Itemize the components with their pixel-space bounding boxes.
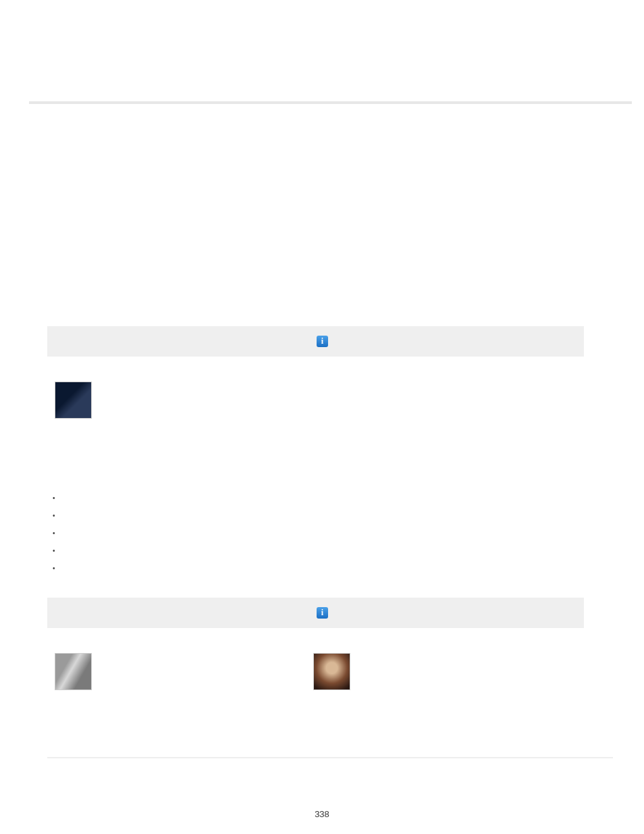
list-item	[53, 542, 55, 560]
info-icon: i	[317, 336, 328, 347]
info-band-2: i	[47, 598, 584, 628]
list-item	[53, 507, 55, 525]
page-number: 338	[0, 809, 644, 819]
bottom-divider	[47, 757, 613, 758]
bullet-list	[53, 490, 55, 577]
info-icon: i	[317, 607, 328, 619]
avatar-3	[313, 653, 350, 690]
list-item	[53, 490, 55, 507]
list-item	[53, 560, 55, 577]
info-band-1: i	[47, 326, 584, 357]
avatar-1	[55, 382, 92, 419]
avatar-2	[55, 653, 92, 690]
top-divider	[29, 101, 632, 104]
list-item	[53, 525, 55, 542]
